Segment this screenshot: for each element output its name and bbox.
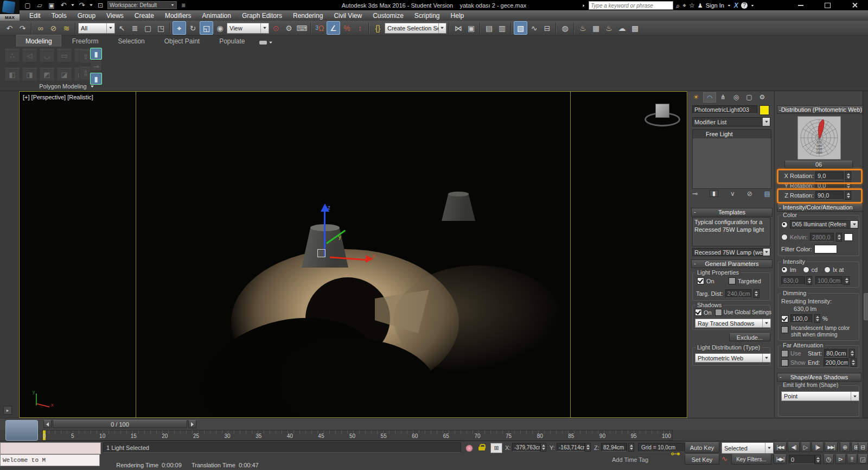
absolute-mode-icon[interactable]: ⊞ xyxy=(490,443,502,453)
targeted-checkbox[interactable] xyxy=(729,277,736,284)
d65-radio[interactable] xyxy=(781,221,788,228)
template-dropdown[interactable]: Recessed 75W Lamp (web xyxy=(692,248,770,256)
set-key-button[interactable]: Set Key xyxy=(685,454,719,465)
material-editor-icon[interactable]: ◍ xyxy=(559,22,571,34)
maxscript-listener-pink[interactable] xyxy=(0,442,101,454)
poly-tool-1-icon[interactable]: ◧ xyxy=(4,68,20,81)
tab-motion-icon[interactable]: ◎ xyxy=(730,92,742,101)
favorites-star-icon[interactable]: ☆ xyxy=(689,2,695,9)
ribbon-minimize-icon[interactable] xyxy=(259,41,273,45)
auto-key-button[interactable]: Auto Key xyxy=(685,442,719,453)
tab-utilities-icon[interactable]: ⚙ xyxy=(756,92,768,101)
reference-coordinate-dropdown[interactable]: View xyxy=(227,23,269,34)
redo-toolbar-icon[interactable]: ↷ xyxy=(16,22,29,34)
targ-dist-field[interactable]: 240,0cm xyxy=(725,289,751,298)
far-att-start-spinner[interactable] xyxy=(849,349,855,358)
named-selection-sets-dropdown[interactable]: Create Selection Se xyxy=(385,23,446,34)
second-lamp-shade[interactable] xyxy=(442,194,475,221)
align-icon[interactable]: ▣ xyxy=(465,22,477,34)
cd-radio[interactable] xyxy=(803,266,809,273)
ribbon-tab-modeling[interactable]: Modeling xyxy=(16,35,61,47)
select-link-icon[interactable]: ∞ xyxy=(34,22,47,34)
track-bar[interactable]: ⇅ 0510 152025 303540 455055 606570 75808… xyxy=(0,430,868,441)
pin-stack-icon[interactable]: ⊸ xyxy=(692,190,698,197)
close-button[interactable] xyxy=(852,2,858,8)
go-to-start-icon[interactable]: |◀◀ xyxy=(774,442,787,452)
select-and-scale-icon[interactable]: ◱ xyxy=(200,21,213,35)
open-a360-gallery-icon[interactable]: ▩ xyxy=(629,22,641,34)
save-file-icon[interactable]: ▣ xyxy=(47,1,56,10)
viewport-label[interactable]: [+] [Perspective] [Realistic] xyxy=(23,94,93,100)
window-crossing-icon[interactable]: ◳ xyxy=(155,22,167,34)
render-in-cloud-icon[interactable]: ☁ xyxy=(616,22,628,34)
lx-distance-spinner[interactable] xyxy=(844,276,850,285)
x-rotation-spinner[interactable] xyxy=(845,172,851,180)
pan-view-icon[interactable]: ⊳ xyxy=(835,454,846,464)
far-att-start-field[interactable]: 80,0cm xyxy=(824,349,847,358)
kelvin-field[interactable]: 2800,0 xyxy=(810,233,834,242)
rollout-shape-area-shadows[interactable]: -Shape/Area Shadows xyxy=(777,373,861,382)
menu-animation[interactable]: Animation xyxy=(197,10,237,21)
infocenter-collapse-icon[interactable] xyxy=(583,4,585,7)
y-coord-spinner[interactable] xyxy=(585,443,591,452)
ribbon-panel-label[interactable]: Polygon Modeling xyxy=(4,82,129,90)
z-coord-field[interactable]: 82,94cm xyxy=(601,443,627,452)
menu-edit[interactable]: Edit xyxy=(24,10,46,21)
time-slider-prev-button[interactable] xyxy=(43,420,52,428)
key-filters-button[interactable]: Key Filters... xyxy=(731,454,771,465)
targ-dist-spinner[interactable] xyxy=(754,289,760,298)
render-production-icon[interactable]: ♨ xyxy=(603,22,615,34)
object-name-field[interactable]: PhotometricLight003 xyxy=(692,105,757,114)
ribbon-tab-freeform[interactable]: Freeform xyxy=(63,35,107,47)
keyboard-shortcut-override-icon[interactable]: ⌨ xyxy=(296,22,308,34)
selection-lock-icon[interactable] xyxy=(478,444,486,451)
lx-distance-field[interactable]: 100,0cm xyxy=(815,276,843,285)
subobject-vertex-icon[interactable]: ∴ xyxy=(4,49,20,62)
panel-scrollbar-thumb[interactable] xyxy=(864,293,868,320)
lm-value-field[interactable]: 630,0 xyxy=(781,276,805,285)
select-and-place-icon[interactable]: ◉ xyxy=(214,22,226,34)
current-frame-spinner[interactable] xyxy=(815,455,821,464)
zoom-icon[interactable]: ⊕ xyxy=(840,442,850,452)
menu-create[interactable]: Create xyxy=(129,10,159,21)
d65-dropdown[interactable]: D65 Illuminant (Refere xyxy=(790,220,858,228)
walk-through-icon[interactable]: ‼ xyxy=(847,454,857,464)
time-configuration-icon[interactable]: ◷ xyxy=(824,454,834,464)
curve-editor-icon[interactable]: ∿ xyxy=(528,22,540,34)
menu-modifiers[interactable]: Modifiers xyxy=(159,10,197,21)
open-file-icon[interactable]: ▱ xyxy=(35,1,44,10)
selection-filter-dropdown[interactable]: All xyxy=(78,23,115,34)
tab-modify-icon[interactable]: ◠ xyxy=(703,92,716,103)
select-object-icon[interactable]: ↖ xyxy=(116,22,128,34)
help-icon[interactable]: ? xyxy=(741,2,748,9)
current-frame-field[interactable]: 0 xyxy=(789,455,815,464)
show-end-result-icon[interactable]: ▮ xyxy=(710,190,718,197)
track-bar-ruler[interactable]: 0510 152025 303540 455055 606570 758085 … xyxy=(42,430,673,441)
perspective-viewport[interactable]: x y z x y [+] [Perspective] [Realistic] xyxy=(19,91,687,418)
z-rotation-spinner[interactable] xyxy=(845,191,851,200)
select-by-name-icon[interactable]: ≣ xyxy=(129,22,141,34)
dimming-percent-field[interactable]: 100,0 xyxy=(790,314,812,323)
rectangular-selection-region-icon[interactable]: ▢ xyxy=(142,22,154,34)
subobject-border-icon[interactable]: ◡ xyxy=(39,49,55,62)
rollout-distribution[interactable]: -Distribution (Photometric Web) xyxy=(777,105,863,114)
sign-in-dropdown-icon[interactable] xyxy=(728,5,731,7)
rollout-intensity[interactable]: - Intensity/Color/Attenuation xyxy=(777,203,863,212)
schematic-view-icon[interactable]: ⊟ xyxy=(541,22,553,34)
x-rotation-field[interactable]: 9,0 xyxy=(815,172,844,180)
set-project-folder-icon[interactable]: ⊡ xyxy=(95,1,105,10)
menu-tools[interactable]: Tools xyxy=(46,10,72,21)
wireframe-color-swatch[interactable] xyxy=(760,105,769,115)
zoom-extents-all-icon[interactable]: ⊟ xyxy=(858,442,868,452)
scene-explorer-icon[interactable]: ▧ xyxy=(514,21,527,35)
x-coord-field[interactable]: -379,763cm xyxy=(512,443,540,452)
y-rotation-field[interactable]: 0,0 xyxy=(815,181,844,190)
far-att-show-checkbox[interactable] xyxy=(781,359,788,366)
exclude-button[interactable]: Exclude... xyxy=(729,333,770,341)
menu-graph-editors[interactable]: Graph Editors xyxy=(237,10,288,21)
dimming-checkbox[interactable] xyxy=(781,315,788,322)
angle-snap-toggle-icon[interactable]: ∠ xyxy=(327,21,340,35)
ribbon-toggle-icon[interactable]: ▥ xyxy=(496,22,508,34)
layer-manager-icon[interactable]: ▤ xyxy=(483,22,495,34)
render-setup-icon[interactable]: ♨ xyxy=(577,22,589,34)
